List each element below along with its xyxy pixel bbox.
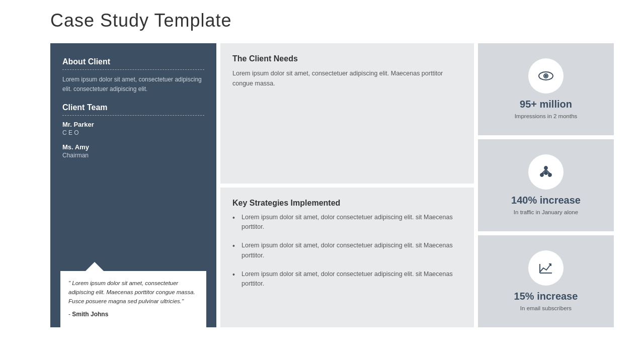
member-1-role: C E O — [62, 129, 204, 136]
svg-point-4 — [540, 173, 543, 176]
chart-icon-circle — [528, 250, 564, 286]
quote-box: " Lorem ipsum dolor sit amet, consectetu… — [60, 271, 206, 327]
right-column: 95+ million Impressions in 2 months — [478, 43, 614, 327]
network-icon — [537, 163, 555, 181]
left-column: About Client Lorem ipsum dolor sit amet,… — [50, 43, 216, 327]
member-2-role: Chairman — [62, 152, 204, 159]
stat-traffic-value: 140% increase — [511, 195, 581, 206]
client-needs-text: Lorem ipsum dolor sit amet, consectetuer… — [232, 68, 462, 88]
eye-icon-circle — [528, 58, 564, 94]
strategy-3: Lorem ipsum dolor sit amet, dolor consec… — [232, 269, 462, 289]
client-needs-card: The Client Needs Lorem ipsum dolor sit a… — [220, 43, 474, 184]
about-title: About Client — [62, 57, 204, 66]
stat-email-value: 15% increase — [514, 291, 578, 302]
svg-point-2 — [545, 75, 547, 76]
stat-impressions-label: Impressions in 2 months — [515, 112, 578, 120]
stat-traffic-label: In traffic in January alone — [514, 208, 578, 216]
stat-email: 15% increase In email subscribers — [478, 235, 614, 327]
svg-point-5 — [548, 173, 551, 176]
quote-text: " Lorem ipsum dolor sit amet, consectetu… — [68, 279, 198, 306]
quote-author: - Smith Johns — [68, 310, 198, 319]
page-title: Case Study Template — [50, 10, 614, 31]
key-strategies-card: Key Strategies Implemented Lorem ipsum d… — [220, 188, 474, 328]
network-icon-circle — [528, 154, 564, 190]
client-needs-title: The Client Needs — [232, 54, 462, 63]
team-title: Client Team — [62, 103, 204, 112]
strategy-1: Lorem ipsum dolor sit amet, dolor consec… — [232, 213, 462, 232]
page-container: Case Study Template About Client Lorem i… — [0, 0, 644, 337]
stat-impressions-value: 95+ million — [520, 99, 572, 110]
middle-column: The Client Needs Lorem ipsum dolor sit a… — [220, 43, 474, 327]
eye-icon — [537, 67, 555, 85]
member-2-name: Ms. Amy — [62, 143, 204, 151]
stat-traffic: 140% increase In traffic in January alon… — [478, 139, 614, 231]
member-1-name: Mr. Parker — [62, 121, 204, 128]
stat-email-label: In email subscribers — [520, 304, 572, 312]
strategy-2: Lorem ipsum dolor sit amet, dolor consec… — [232, 241, 462, 260]
chart-icon — [537, 259, 555, 277]
about-text: Lorem ipsum dolor sit amet, consectetuer… — [62, 75, 204, 94]
strategies-list: Lorem ipsum dolor sit amet, dolor consec… — [232, 213, 462, 289]
key-strategies-title: Key Strategies Implemented — [232, 199, 462, 208]
content-grid: About Client Lorem ipsum dolor sit amet,… — [50, 43, 614, 327]
svg-point-3 — [544, 166, 547, 169]
stat-impressions: 95+ million Impressions in 2 months — [478, 43, 614, 135]
quote-arrow — [86, 262, 104, 271]
